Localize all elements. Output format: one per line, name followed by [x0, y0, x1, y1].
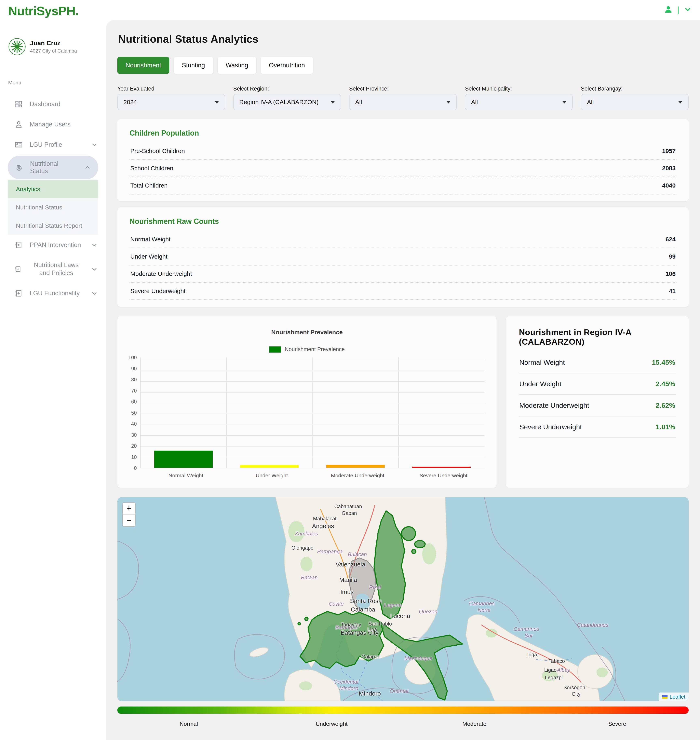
map-label: Sur	[525, 633, 533, 639]
map-label: Zambales	[295, 530, 318, 537]
sidebar-item-nutritional-status[interactable]: Nutritional Status	[8, 156, 98, 179]
pct-row: Severe Underweight 1.01%	[519, 417, 676, 438]
stat-value: 99	[669, 253, 676, 260]
municipality-select-value: All	[471, 98, 478, 106]
submenu-item-nutritional-status[interactable]: Nutritional Status	[8, 198, 98, 217]
stat-value: 41	[669, 288, 676, 295]
map-label: Mindoro	[359, 690, 381, 697]
filter-label-province: Select Province:	[349, 86, 457, 92]
vertical-gridline	[226, 357, 227, 468]
sidebar-item-label: Manage Users	[29, 121, 98, 128]
pct-label: Under Weight	[519, 380, 561, 388]
dashboard-icon	[15, 100, 23, 108]
gradient-label-severe: Severe	[546, 721, 689, 727]
leaflet-flag-icon	[662, 695, 668, 699]
map-label: Lucena	[390, 612, 410, 620]
page-title: Nutritional Status Analytics	[118, 33, 689, 45]
submenu-item-nutritional-status-report[interactable]: Nutritional Status Report	[8, 217, 98, 235]
municipality-select[interactable]: All	[465, 94, 573, 110]
pct-value: 15.45%	[652, 358, 675, 366]
sidebar-item-dashboard[interactable]: Dashboard	[0, 94, 106, 114]
region-summary-card: Nourishment in Region IV-A (CALABARZON) …	[506, 316, 689, 488]
chevron-down-icon	[91, 266, 98, 273]
barangay-select[interactable]: All	[581, 94, 689, 110]
attribution-link[interactable]: Leaflet	[669, 694, 685, 700]
map-label: Mindoro	[339, 685, 358, 691]
map-label: Imus	[340, 589, 354, 596]
map-label: Sorsogon	[563, 684, 585, 690]
sidebar-item-label: LGU Profile	[29, 141, 84, 148]
sidebar-item-lgu-functionality[interactable]: LGU Functionality	[0, 283, 106, 304]
map-label: Valenzuela	[335, 561, 365, 568]
sidebar-item-nutritional-laws[interactable]: Nutritional Laws and Policies	[0, 255, 106, 283]
stat-label: School Children	[130, 165, 174, 172]
pct-row: Moderate Underweight 2.62%	[519, 395, 676, 417]
province-select[interactable]: All	[349, 94, 457, 110]
map-label: Pampanga	[317, 548, 343, 555]
year-select-value: 2024	[124, 98, 137, 106]
berry-icon	[15, 163, 23, 172]
zoom-out-button[interactable]: −	[123, 514, 135, 526]
header-divider: |	[677, 5, 679, 15]
pct-label: Moderate Underweight	[519, 401, 589, 410]
notebook-plus-icon	[15, 266, 22, 273]
year-select[interactable]: 2024	[117, 94, 225, 110]
caret-icon	[215, 101, 219, 104]
raw-counts-card: Nourishment Raw Counts Normal Weight 624…	[117, 207, 689, 307]
notebook-plus-icon	[15, 289, 23, 297]
map-label: Rizal	[369, 584, 381, 590]
children-population-card: Children Population Pre-School Children …	[117, 119, 689, 201]
map-label: Oriental	[390, 688, 408, 694]
stat-row: Severe Underweight 41	[129, 283, 676, 300]
sidebar-item-label: LGU Functionality	[29, 290, 84, 297]
map-label: Catanduanes	[577, 622, 609, 628]
choropleth-map[interactable]: CabanatuanGapanMabalacatAngelesZambalesO…	[117, 497, 689, 701]
tab-stunting[interactable]: Stunting	[174, 57, 213, 74]
users-icon	[15, 120, 23, 128]
filter-label-barangay: Select Barangay:	[581, 86, 689, 92]
notebook-plus-icon	[15, 241, 23, 249]
map-label: Cavite	[329, 601, 344, 607]
plot-area	[140, 357, 484, 468]
y-axis: 1009080706050403020100	[128, 357, 140, 468]
map-label: Gapan	[342, 510, 357, 516]
sidebar-item-lgu-profile[interactable]: LGU Profile	[0, 135, 106, 155]
map-label: Tabaco	[549, 658, 565, 664]
legend-label: Nourishment Prevalence	[285, 346, 345, 352]
zoom-in-button[interactable]: +	[123, 503, 135, 514]
pct-value: 2.45%	[656, 380, 675, 388]
caret-icon	[562, 101, 567, 104]
map-label: Manila	[339, 576, 357, 583]
map-labels: CabanatuanGapanMabalacatAngelesZambalesO…	[117, 497, 689, 701]
map-label: San Pablo	[369, 621, 392, 627]
map-label: Iriga	[527, 652, 537, 658]
stat-value: 1957	[662, 148, 676, 154]
vertical-gridline	[312, 357, 313, 468]
caret-icon	[331, 101, 335, 104]
sidebar-nav: Dashboard Manage Users LGU Profile Nut	[0, 94, 106, 304]
region-select[interactable]: Region IV-A (CALABARZON)	[233, 94, 341, 110]
nutritional-status-submenu: Analytics Nutritional Status Nutritional…	[8, 180, 98, 235]
submenu-item-analytics[interactable]: Analytics	[8, 180, 98, 198]
stat-value: 4040	[662, 182, 676, 189]
sidebar-item-label: Dashboard	[29, 100, 98, 108]
stat-label: Moderate Underweight	[130, 270, 192, 277]
map-label: Camarines	[514, 626, 539, 632]
sidebar-item-manage-users[interactable]: Manage Users	[0, 114, 106, 135]
sidebar-item-ppan-intervention[interactable]: PPAN Intervention	[0, 235, 106, 255]
severity-gradient-labels: Normal Underweight Moderate Severe	[117, 721, 689, 727]
prevalence-chart-card: Nourishment Prevalence Nourishment Preva…	[117, 316, 497, 488]
stat-row: Under Weight 99	[129, 248, 676, 266]
chevron-down-icon[interactable]	[684, 5, 692, 14]
chevron-down-icon	[91, 242, 98, 248]
tab-wasting[interactable]: Wasting	[218, 57, 256, 74]
id-card-icon	[15, 141, 23, 149]
tab-nourishment[interactable]: Nourishment	[117, 57, 169, 74]
pct-label: Normal Weight	[519, 358, 565, 366]
vertical-gridline	[398, 357, 399, 468]
stat-row: Moderate Underweight 106	[129, 266, 676, 283]
legend-swatch	[269, 347, 281, 352]
user-icon[interactable]	[664, 5, 673, 15]
tab-overnutrition[interactable]: Overnutrition	[261, 57, 313, 74]
x-tick-label: Severe Underweight	[400, 473, 487, 479]
